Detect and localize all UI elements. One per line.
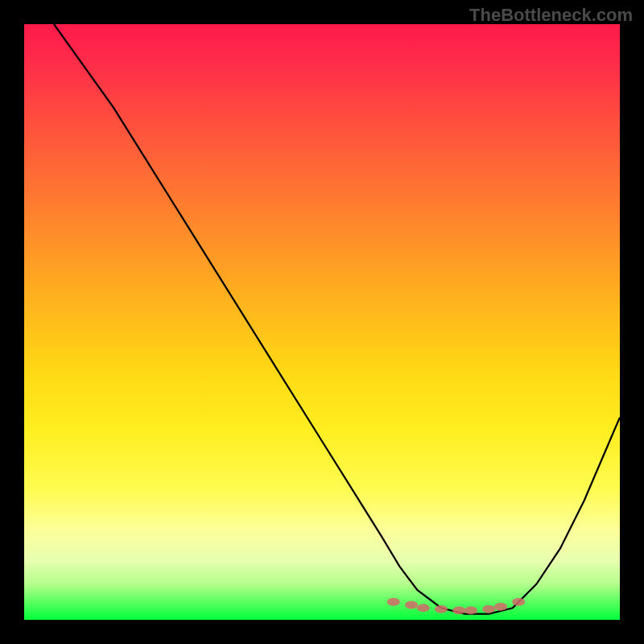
watermark-text: TheBottleneck.com xyxy=(469,5,633,26)
dot-marker xyxy=(464,606,477,614)
chart-plot-area xyxy=(24,24,620,620)
dot-marker xyxy=(452,606,465,614)
dot-marker xyxy=(482,605,495,613)
dot-marker xyxy=(387,598,400,606)
dot-marker xyxy=(405,601,418,609)
chart-dots-layer xyxy=(24,24,620,620)
dot-marker xyxy=(435,605,448,613)
dot-marker xyxy=(417,604,430,612)
dot-marker xyxy=(512,598,525,606)
dot-marker xyxy=(494,603,507,611)
low-region-dots xyxy=(387,598,525,614)
